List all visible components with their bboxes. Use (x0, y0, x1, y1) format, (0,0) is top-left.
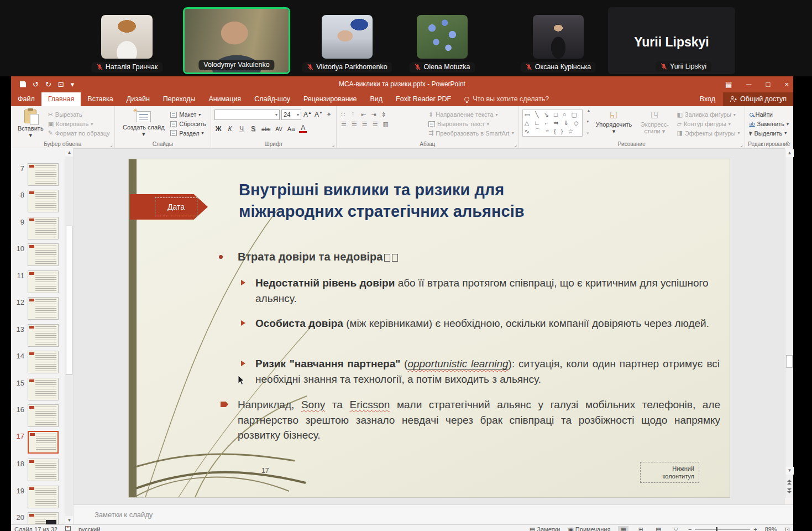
replace-button[interactable]: ab Заменить ▾ (750, 119, 789, 129)
underline-button[interactable]: Ч (238, 125, 245, 133)
shape-fill-button[interactable]: ◧ Заливка фигуры ▾ (677, 110, 740, 119)
language-indicator[interactable]: русский (78, 526, 100, 531)
slide-thumbnail[interactable]: 7 (11, 163, 65, 187)
reset-button[interactable]: Сбросить (170, 119, 206, 129)
format-painter-button[interactable]: ✎ Формат по образцу (48, 128, 110, 138)
zoom-slider-thumb[interactable] (716, 527, 717, 531)
line-spacing-icon[interactable]: ⇕ (381, 111, 386, 118)
thumbnail-scrollbar[interactable]: ▲ ▼ (65, 148, 73, 524)
slide-page-number[interactable]: 17 (261, 467, 269, 475)
font-color-button[interactable]: А (299, 125, 307, 133)
arrange-button[interactable]: ◱ Упорядочить▾ (594, 108, 633, 139)
share-button[interactable]: Общий доступ (723, 92, 793, 106)
slide-thumbnail[interactable]: 12 (11, 297, 65, 321)
maximize-icon[interactable]: □ (766, 80, 771, 88)
slide-title[interactable]: Внутрішні виклики та ризики для міжнарод… (239, 179, 576, 222)
align-center-icon[interactable]: ☰ (352, 121, 357, 128)
find-button[interactable]: Найти (750, 110, 789, 119)
bullet-level1[interactable]: Втрата довіри та недовіра (219, 251, 398, 263)
smartart-button[interactable]: ⇶ Преобразовать в SmartArt ▾ (428, 128, 514, 138)
copy-button[interactable]: ▣ Копировать ▾ (48, 119, 110, 129)
scroll-up-icon[interactable]: ▲ (785, 149, 794, 157)
bullets-icon[interactable]: ∷ (341, 111, 345, 118)
text-shadow-button[interactable]: S (249, 125, 257, 133)
increase-indent-icon[interactable]: ⇥ (371, 111, 376, 118)
notes-toggle[interactable]: ▤ Заметки (530, 526, 560, 531)
shape-effects-button[interactable]: ◨ Эффекты фигуры ▾ (677, 128, 740, 138)
sub-bullet[interactable]: Ризик "навчання партнера" (opportunistic… (255, 356, 720, 387)
tab-foxit[interactable]: Foxit Reader PDF (389, 92, 458, 106)
decrease-indent-icon[interactable]: ⇤ (361, 111, 366, 118)
tell-me-box[interactable]: Что вы хотите сделать? (458, 92, 556, 106)
next-slide-button[interactable] (785, 488, 793, 496)
tab-design[interactable]: Дизайн (120, 92, 156, 106)
font-size-combo[interactable]: 24▾ (281, 110, 301, 120)
shrink-font-button[interactable]: А▼ (314, 111, 323, 118)
tab-animations[interactable]: Анимация (202, 92, 248, 106)
align-right-icon[interactable]: ☰ (362, 121, 368, 128)
normal-view-icon[interactable]: ▦ (618, 526, 628, 531)
date-placeholder[interactable]: Дата (155, 197, 197, 216)
editor-scrollbar[interactable]: ▲ ▼ (785, 149, 793, 498)
fit-slide-icon[interactable]: ⊡ (785, 526, 790, 531)
notes-pane[interactable]: Заметки к слайду (74, 504, 793, 524)
scroll-up-icon[interactable]: ▲ (65, 148, 74, 157)
footer-placeholder[interactable]: Нижний колонтитул (640, 462, 699, 483)
paste-button[interactable]: Вставить▾ (14, 108, 47, 139)
scrollbar-thumb[interactable] (66, 226, 72, 375)
tab-slideshow[interactable]: Слайд-шоу (248, 92, 297, 106)
dialog-launcher-icon[interactable]: ⌟ (514, 142, 516, 147)
participant-tile[interactable]: Olena Motuzka (417, 15, 468, 59)
previous-slide-button[interactable] (785, 479, 793, 487)
shapes-gallery-scroll[interactable]: ▲▾▿ (586, 108, 591, 136)
slide-thumbnail[interactable]: 11 (11, 270, 65, 294)
slide-thumbnail[interactable]: 18 (11, 459, 65, 482)
example-bullet[interactable]: Наприклад, Sony та Ericsson мали стратег… (238, 397, 720, 443)
italic-button[interactable]: К (226, 125, 234, 133)
dialog-launcher-icon[interactable]: ⌟ (740, 142, 742, 147)
minimize-icon[interactable]: ─ (746, 80, 751, 88)
scroll-down-icon[interactable]: ▼ (65, 516, 74, 524)
sub-bullet[interactable]: Недостатній рівень довіри або її втрата … (255, 275, 720, 306)
shape-outline-button[interactable]: ▱ Контур фигуры ▾ (677, 119, 740, 129)
slide-canvas[interactable]: Дата Внутрішні виклики та ризики для між… (129, 159, 730, 497)
quick-styles-button[interactable]: ◳ Экспресс-стили ▾ (637, 108, 672, 139)
close-icon[interactable]: × (784, 80, 789, 88)
collapse-ribbon-icon[interactable]: ⌃ (785, 140, 790, 147)
sub-bullet[interactable]: Особиста довіра (між керівниками) є необ… (255, 316, 720, 331)
cut-button[interactable]: ✂ Вырезать (48, 110, 110, 119)
bold-button[interactable]: Ж (214, 125, 222, 133)
slide-thumbnail[interactable]: 20 (11, 512, 65, 524)
dialog-launcher-icon[interactable]: ⌟ (110, 142, 112, 147)
ribbon-display-options-icon[interactable]: ▤ (725, 80, 732, 88)
tab-file[interactable]: Файл (11, 92, 41, 106)
slide-thumbnail-selected[interactable]: 17 (11, 431, 65, 455)
tab-review[interactable]: Рецензирование (297, 92, 364, 106)
change-case-button[interactable]: Aa (287, 126, 295, 132)
participant-tile[interactable]: Оксана Курінська (533, 15, 584, 59)
numbering-icon[interactable]: ⋮ (350, 111, 356, 118)
slide-thumbnail[interactable]: 10 (11, 243, 65, 267)
select-button[interactable]: Выделить ▾ (750, 128, 789, 138)
zoom-in-icon[interactable]: + (753, 526, 757, 531)
comments-toggle[interactable]: ▣ Примечания (568, 526, 610, 531)
text-direction-button[interactable]: ⇕ Направление текста ▾ (428, 110, 514, 119)
zoom-percentage[interactable]: 89% (765, 526, 777, 531)
scroll-down-icon[interactable]: ▼ (785, 467, 794, 475)
reading-view-icon[interactable]: ▤ (653, 526, 663, 531)
spellcheck-icon[interactable] (65, 526, 71, 531)
shapes-gallery[interactable]: ▭ ╲ ↘ □ ○ ▢ △ ∟ ⌐ ⇒ ⇓ ◇ ∿ ⌒ ≈ { } ☆ (522, 110, 583, 137)
slide-sorter-view-icon[interactable]: ⊞ (636, 526, 646, 531)
slide-thumbnail[interactable]: 13 (11, 324, 65, 348)
align-left-icon[interactable]: ☰ (341, 121, 347, 128)
grow-font-button[interactable]: А▲ (303, 111, 312, 118)
slide-thumbnail[interactable]: 19 (11, 486, 65, 509)
clear-formatting-button[interactable]: ✦ (325, 111, 333, 118)
new-slide-button[interactable]: Создать слайд ▾ (118, 108, 170, 139)
strikethrough-button[interactable]: abc (261, 126, 271, 132)
tab-insert[interactable]: Вставка (81, 92, 119, 106)
zoom-slider[interactable]: − + (688, 526, 757, 531)
participant-tile[interactable]: Наталія Гринчак (101, 15, 153, 59)
slide-thumbnail[interactable]: 8 (11, 190, 65, 214)
columns-icon[interactable]: ▥ (383, 121, 389, 128)
